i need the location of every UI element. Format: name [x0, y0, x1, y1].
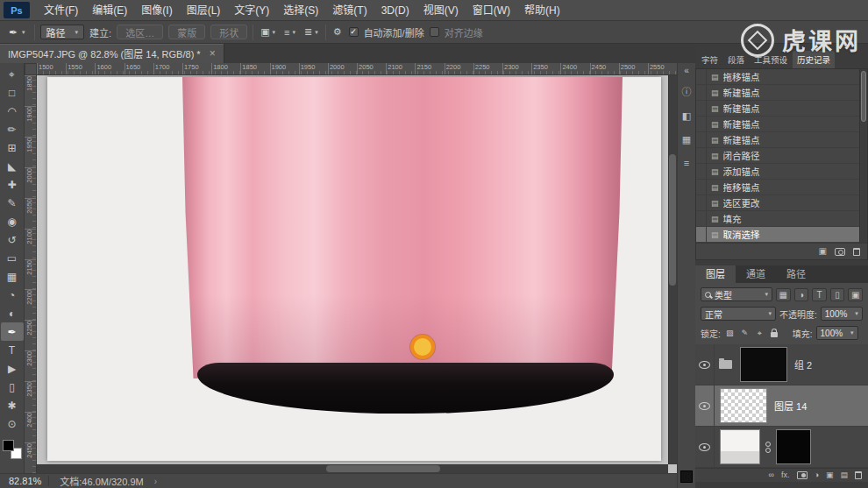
filter-shape-layers-icon[interactable]: ▯ — [830, 288, 845, 301]
history-source-column[interactable] — [696, 211, 707, 226]
history-step[interactable]: ▤新建锚点 — [696, 101, 867, 117]
swatches-panel-icon[interactable]: ▦ — [682, 135, 691, 145]
opacity-select[interactable]: 100% — [821, 307, 863, 321]
path-anchor-marker[interactable] — [410, 335, 435, 359]
lock-transparency-icon[interactable]: ▨ — [724, 327, 736, 339]
layer-row-group-2[interactable]: 组 2 — [695, 344, 868, 385]
marquee-tool-button[interactable]: □ — [1, 83, 24, 102]
color-swatches[interactable] — [3, 440, 22, 459]
tab-paths[interactable]: 路径 — [776, 265, 816, 283]
filter-pixel-layers-icon[interactable]: ▦ — [776, 288, 791, 301]
hand-tool-button[interactable]: ✱ — [1, 396, 24, 414]
crop-tool-button[interactable]: ⊞ — [1, 138, 24, 157]
vertical-ruler[interactable]: 1850 1900 1950 2000 2050 2100 2150 2200 … — [25, 75, 37, 473]
tab-character[interactable]: 字符 — [697, 51, 722, 68]
history-source-column[interactable] — [696, 148, 707, 163]
path-alignment-icon[interactable]: ≡ — [282, 27, 297, 38]
menu-help[interactable]: 帮助(H) — [517, 0, 567, 21]
visibility-toggle[interactable] — [695, 385, 715, 426]
document-tab[interactable]: IMGP5047.JPG @ 82.8% (图层 14, RGB/8) * × — [0, 44, 224, 63]
history-source-column[interactable] — [696, 117, 707, 131]
lock-all-icon[interactable] — [769, 327, 780, 339]
menu-3d[interactable]: 3D(D) — [374, 0, 416, 21]
expand-panels-icon[interactable]: « — [684, 66, 689, 75]
quick-selection-tool-button[interactable]: ✏ — [1, 120, 24, 138]
layer-style-fx-icon[interactable]: fx. — [781, 471, 790, 479]
history-scrollbar[interactable] — [859, 69, 867, 243]
layer-row-layer-14[interactable]: 图层 14 — [695, 385, 868, 427]
type-tool-button[interactable]: T — [1, 341, 24, 359]
healing-brush-tool-button[interactable]: ✚ — [1, 175, 24, 194]
tool-preset-picker[interactable]: ✒ — [5, 26, 29, 39]
new-group-icon[interactable]: ▣ — [826, 471, 834, 479]
auto-add-delete-checkbox[interactable] — [349, 27, 359, 37]
gradient-tool-button[interactable]: ▦ — [1, 267, 24, 286]
layer-filter-select[interactable]: 类型 — [701, 287, 772, 301]
lock-position-icon[interactable]: ⌖ — [754, 327, 765, 339]
menu-select[interactable]: 选择(S) — [276, 0, 325, 21]
history-step[interactable]: ▤填充 — [696, 211, 867, 227]
menu-edit[interactable]: 编辑(E) — [85, 0, 134, 21]
new-document-from-state-icon[interactable]: ▣ — [819, 247, 827, 256]
visibility-toggle[interactable] — [695, 427, 715, 467]
history-source-column[interactable] — [696, 227, 707, 242]
history-source-column[interactable] — [696, 69, 707, 84]
history-step-selected[interactable]: ▤取消选择 — [696, 227, 867, 243]
status-options-chevron-icon[interactable]: › — [154, 477, 157, 486]
eraser-tool-button[interactable]: ▭ — [1, 249, 24, 267]
move-tool-button[interactable]: ⌖ — [1, 65, 24, 83]
filter-type-layers-icon[interactable]: T — [812, 288, 827, 301]
pen-tool-button[interactable]: ✒ — [1, 322, 24, 341]
align-edges-checkbox[interactable] — [430, 27, 439, 37]
history-source-column[interactable] — [696, 85, 707, 100]
menu-file[interactable]: 文件(F) — [37, 0, 85, 21]
lasso-tool-button[interactable]: ◠ — [1, 102, 24, 120]
blend-mode-select[interactable]: 正常 — [701, 307, 776, 321]
history-step[interactable]: ▤新建锚点 — [696, 85, 867, 101]
path-operations-icon[interactable]: ▣ — [259, 26, 277, 38]
history-source-column[interactable] — [696, 195, 707, 210]
history-step[interactable]: ▤新建锚点 — [696, 132, 867, 148]
make-mask-button[interactable]: 蒙版 — [168, 25, 205, 39]
foreground-color-swatch[interactable] — [3, 440, 14, 451]
history-source-column[interactable] — [696, 101, 707, 116]
path-arrangement-icon[interactable]: ≣ — [302, 26, 320, 38]
ruler-corner[interactable] — [25, 63, 37, 75]
eyedropper-tool-button[interactable]: ◣ — [1, 157, 24, 175]
horizontal-ruler[interactable]: 1500 1550 1600 1650 1700 1750 1800 1850 … — [37, 63, 677, 75]
lock-pixels-icon[interactable]: ✎ — [739, 327, 751, 339]
clone-stamp-tool-button[interactable]: ◉ — [1, 212, 24, 230]
horizontal-scrollbar[interactable] — [37, 464, 668, 473]
layer-mask-thumbnail[interactable] — [776, 429, 811, 464]
gear-icon[interactable]: ⚙ — [331, 26, 344, 38]
add-layer-mask-icon[interactable] — [797, 471, 808, 479]
link-layers-icon[interactable]: ∞ — [769, 471, 774, 479]
filter-adjustment-layers-icon[interactable]: ◑ — [794, 288, 809, 301]
zoom-tool-button[interactable]: ⊙ — [1, 414, 24, 433]
history-step[interactable]: ▤拖移锚点 — [696, 180, 867, 195]
menu-layer[interactable]: 图层(L) — [180, 0, 228, 21]
menu-view[interactable]: 视图(V) — [416, 0, 466, 21]
menu-type[interactable]: 文字(Y) — [227, 0, 276, 21]
filter-smart-objects-icon[interactable]: ▣ — [848, 288, 863, 301]
history-step[interactable]: ▤选区更改 — [696, 195, 867, 211]
menu-filter[interactable]: 滤镜(T) — [325, 0, 374, 21]
history-source-column[interactable] — [696, 132, 707, 147]
vertical-scrollbar[interactable] — [668, 75, 677, 464]
history-scrollbar-thumb[interactable] — [861, 71, 866, 122]
info-panel-icon[interactable]: ⓘ — [682, 88, 692, 97]
horizontal-scrollbar-thumb[interactable] — [326, 465, 440, 472]
history-step[interactable]: ▤添加锚点 — [696, 164, 867, 180]
layer-thumbnail[interactable] — [720, 388, 767, 423]
brush-tool-button[interactable]: ✎ — [1, 194, 24, 212]
new-snapshot-icon[interactable] — [835, 248, 845, 256]
adjustment-layer-icon[interactable]: ◑ — [815, 471, 819, 479]
document-viewport[interactable] — [37, 75, 677, 473]
mask-link-icon[interactable] — [765, 442, 771, 453]
vertical-scrollbar-thumb[interactable] — [669, 154, 676, 286]
visibility-toggle[interactable] — [695, 344, 715, 385]
menu-window[interactable]: 窗口(W) — [466, 0, 517, 21]
zoom-level-field[interactable]: 82.81% — [9, 476, 49, 486]
history-source-column[interactable] — [696, 164, 707, 179]
histogram-panel-icon[interactable]: ◧ — [682, 111, 691, 121]
